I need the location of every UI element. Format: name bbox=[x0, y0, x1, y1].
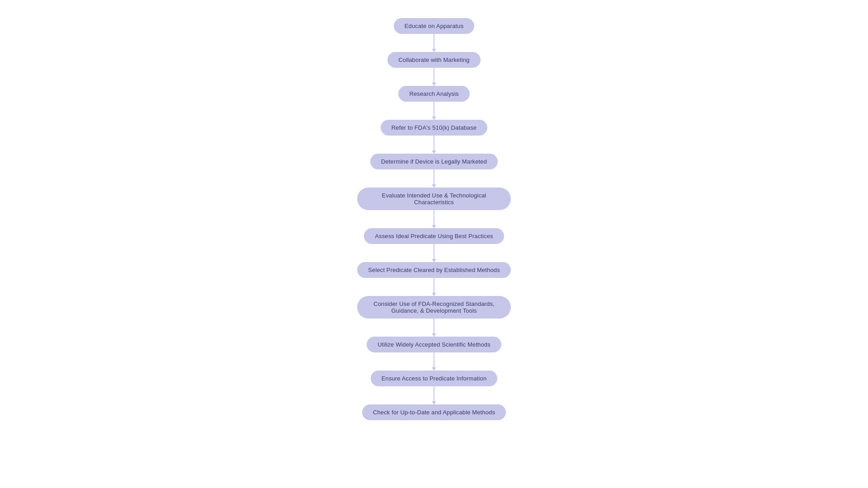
connector-10 bbox=[434, 386, 434, 404]
flowchart-node-utilize-widely-accepted: Utilize Widely Accepted Scientific Metho… bbox=[367, 337, 501, 352]
flowchart-node-educate-on-apparatus: Educate on Apparatus bbox=[394, 18, 475, 34]
connector-4 bbox=[434, 169, 434, 188]
flowchart-node-select-predicate-cleared: Select Predicate Cleared by Established … bbox=[357, 262, 511, 278]
connector-5 bbox=[434, 210, 434, 228]
flowchart-node-determine-if-device-legally-marketed: Determine if Device is Legally Marketed bbox=[370, 154, 498, 169]
flowchart-node-research-analysis: Research Analysis bbox=[398, 86, 469, 102]
flowchart-node-check-for-up-to-date: Check for Up-to-Date and Applicable Meth… bbox=[362, 404, 506, 420]
connector-3 bbox=[434, 136, 434, 154]
connector-0 bbox=[434, 34, 434, 52]
connector-8 bbox=[434, 319, 434, 337]
connector-2 bbox=[434, 102, 434, 120]
flowchart-node-assess-ideal-predicate: Assess Ideal Predicate Using Best Practi… bbox=[364, 228, 504, 244]
flowchart-node-collaborate-with-marketing: Collaborate with Marketing bbox=[387, 52, 480, 68]
flowchart-node-consider-use-of-fda-standards: Consider Use of FDA-Recognized Standards… bbox=[357, 296, 511, 319]
flowchart: Educate on ApparatusCollaborate with Mar… bbox=[0, 9, 868, 429]
connector-1 bbox=[434, 68, 434, 86]
connector-7 bbox=[434, 278, 434, 296]
flowchart-node-evaluate-intended-use: Evaluate Intended Use & Technological Ch… bbox=[357, 188, 511, 210]
flowchart-node-refer-to-fda-database: Refer to FDA's 510(k) Database bbox=[381, 120, 487, 136]
connector-6 bbox=[434, 244, 434, 262]
flowchart-node-ensure-access-to-predicate: Ensure Access to Predicate Information bbox=[371, 371, 498, 386]
connector-9 bbox=[434, 352, 434, 371]
